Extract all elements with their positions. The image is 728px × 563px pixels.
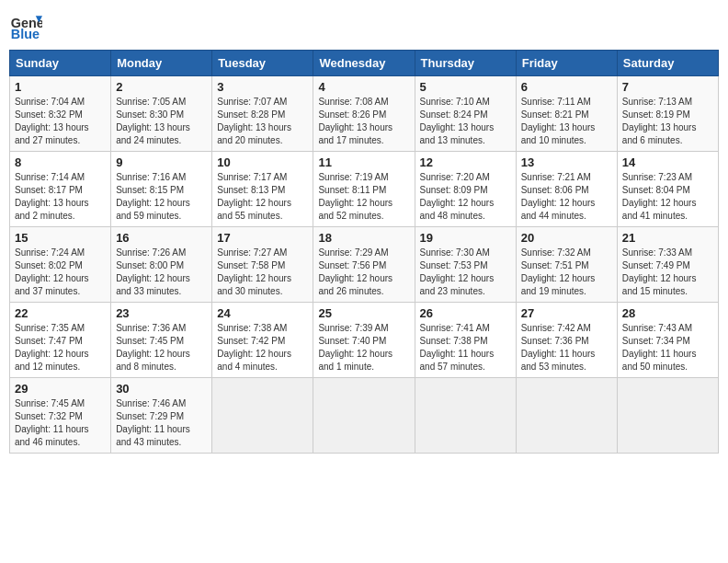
day-number: 7 [622, 80, 713, 94]
calendar-cell: 5Sunrise: 7:10 AMSunset: 8:24 PMDaylight… [415, 76, 516, 152]
calendar-cell [516, 378, 617, 454]
day-number: 25 [318, 306, 409, 320]
dow-header-sunday: Sunday [10, 51, 111, 76]
day-number: 26 [420, 306, 511, 320]
calendar-cell: 30Sunrise: 7:46 AMSunset: 7:29 PMDayligh… [111, 378, 212, 454]
calendar-cell: 3Sunrise: 7:07 AMSunset: 8:28 PMDaylight… [212, 76, 313, 152]
day-number: 18 [318, 231, 409, 245]
day-info: Sunrise: 7:20 AMSunset: 8:09 PMDaylight:… [420, 171, 511, 223]
dow-header-wednesday: Wednesday [313, 51, 415, 76]
dow-header-saturday: Saturday [617, 51, 718, 76]
calendar-cell: 14Sunrise: 7:23 AMSunset: 8:04 PMDayligh… [617, 152, 718, 227]
day-info: Sunrise: 7:33 AMSunset: 7:49 PMDaylight:… [622, 247, 713, 298]
day-number: 9 [116, 155, 207, 169]
calendar-cell: 28Sunrise: 7:43 AMSunset: 7:34 PMDayligh… [617, 303, 718, 378]
day-info: Sunrise: 7:23 AMSunset: 8:04 PMDaylight:… [622, 171, 713, 223]
calendar-cell: 17Sunrise: 7:27 AMSunset: 7:58 PMDayligh… [212, 227, 313, 303]
calendar-week-2: 8Sunrise: 7:14 AMSunset: 8:17 PMDaylight… [10, 152, 719, 227]
day-number: 19 [420, 231, 511, 245]
day-info: Sunrise: 7:14 AMSunset: 8:17 PMDaylight:… [15, 171, 106, 223]
day-number: 15 [15, 231, 106, 245]
day-number: 23 [116, 306, 207, 320]
calendar-cell: 2Sunrise: 7:05 AMSunset: 8:30 PMDaylight… [111, 76, 212, 152]
calendar-cell: 20Sunrise: 7:32 AMSunset: 7:51 PMDayligh… [516, 227, 617, 303]
day-info: Sunrise: 7:13 AMSunset: 8:19 PMDaylight:… [622, 96, 713, 147]
day-info: Sunrise: 7:46 AMSunset: 7:29 PMDaylight:… [116, 397, 207, 449]
day-info: Sunrise: 7:39 AMSunset: 7:40 PMDaylight:… [318, 322, 409, 373]
calendar-cell: 16Sunrise: 7:26 AMSunset: 8:00 PMDayligh… [111, 227, 212, 303]
dow-header-friday: Friday [516, 51, 617, 76]
day-number: 11 [318, 155, 409, 169]
calendar-cell: 19Sunrise: 7:30 AMSunset: 7:53 PMDayligh… [415, 227, 516, 303]
dow-header-thursday: Thursday [415, 51, 516, 76]
calendar-week-5: 29Sunrise: 7:45 AMSunset: 7:32 PMDayligh… [10, 378, 719, 454]
days-of-week-header: SundayMondayTuesdayWednesdayThursdayFrid… [10, 51, 719, 76]
day-number: 30 [116, 382, 207, 396]
dow-header-monday: Monday [111, 51, 212, 76]
calendar-cell [415, 378, 516, 454]
calendar-cell: 10Sunrise: 7:17 AMSunset: 8:13 PMDayligh… [212, 152, 313, 227]
day-number: 28 [622, 306, 713, 320]
day-number: 22 [15, 306, 106, 320]
day-number: 13 [521, 155, 612, 169]
day-info: Sunrise: 7:45 AMSunset: 7:32 PMDaylight:… [15, 397, 106, 449]
day-number: 12 [420, 155, 511, 169]
day-info: Sunrise: 7:10 AMSunset: 8:24 PMDaylight:… [420, 96, 511, 147]
calendar-cell [212, 378, 313, 454]
day-info: Sunrise: 7:26 AMSunset: 8:00 PMDaylight:… [116, 247, 207, 298]
day-info: Sunrise: 7:11 AMSunset: 8:21 PMDaylight:… [521, 96, 612, 147]
day-number: 27 [521, 306, 612, 320]
calendar-body: 1Sunrise: 7:04 AMSunset: 8:32 PMDaylight… [10, 76, 719, 454]
day-info: Sunrise: 7:43 AMSunset: 7:34 PMDaylight:… [622, 322, 713, 373]
day-info: Sunrise: 7:35 AMSunset: 7:47 PMDaylight:… [15, 322, 106, 373]
day-info: Sunrise: 7:16 AMSunset: 8:15 PMDaylight:… [116, 171, 207, 223]
calendar-week-4: 22Sunrise: 7:35 AMSunset: 7:47 PMDayligh… [10, 303, 719, 378]
calendar-cell [313, 378, 415, 454]
calendar-cell: 27Sunrise: 7:42 AMSunset: 7:36 PMDayligh… [516, 303, 617, 378]
day-info: Sunrise: 7:27 AMSunset: 7:58 PMDaylight:… [217, 247, 308, 298]
calendar-cell: 25Sunrise: 7:39 AMSunset: 7:40 PMDayligh… [313, 303, 415, 378]
day-number: 14 [622, 155, 713, 169]
day-info: Sunrise: 7:41 AMSunset: 7:38 PMDaylight:… [420, 322, 511, 373]
day-number: 29 [15, 382, 106, 396]
day-number: 4 [318, 80, 409, 94]
calendar-cell: 7Sunrise: 7:13 AMSunset: 8:19 PMDaylight… [617, 76, 718, 152]
calendar-cell: 18Sunrise: 7:29 AMSunset: 7:56 PMDayligh… [313, 227, 415, 303]
day-number: 1 [15, 80, 106, 94]
day-info: Sunrise: 7:05 AMSunset: 8:30 PMDaylight:… [116, 96, 207, 147]
day-number: 17 [217, 231, 308, 245]
day-info: Sunrise: 7:04 AMSunset: 8:32 PMDaylight:… [15, 96, 106, 147]
calendar-cell: 24Sunrise: 7:38 AMSunset: 7:42 PMDayligh… [212, 303, 313, 378]
day-number: 24 [217, 306, 308, 320]
svg-text:Blue: Blue [11, 27, 40, 41]
calendar-cell: 12Sunrise: 7:20 AMSunset: 8:09 PMDayligh… [415, 152, 516, 227]
calendar-cell [617, 378, 718, 454]
dow-header-tuesday: Tuesday [212, 51, 313, 76]
calendar-week-1: 1Sunrise: 7:04 AMSunset: 8:32 PMDaylight… [10, 76, 719, 152]
day-number: 2 [116, 80, 207, 94]
calendar-cell: 13Sunrise: 7:21 AMSunset: 8:06 PMDayligh… [516, 152, 617, 227]
day-info: Sunrise: 7:07 AMSunset: 8:28 PMDaylight:… [217, 96, 308, 147]
day-info: Sunrise: 7:30 AMSunset: 7:53 PMDaylight:… [420, 247, 511, 298]
day-number: 16 [116, 231, 207, 245]
calendar-table: SundayMondayTuesdayWednesdayThursdayFrid… [9, 50, 719, 454]
calendar-cell: 29Sunrise: 7:45 AMSunset: 7:32 PMDayligh… [10, 378, 111, 454]
calendar-cell: 15Sunrise: 7:24 AMSunset: 8:02 PMDayligh… [10, 227, 111, 303]
calendar-cell: 4Sunrise: 7:08 AMSunset: 8:26 PMDaylight… [313, 76, 415, 152]
day-info: Sunrise: 7:29 AMSunset: 7:56 PMDaylight:… [318, 247, 409, 298]
day-info: Sunrise: 7:24 AMSunset: 8:02 PMDaylight:… [15, 247, 106, 298]
day-info: Sunrise: 7:32 AMSunset: 7:51 PMDaylight:… [521, 247, 612, 298]
day-number: 8 [15, 155, 106, 169]
day-info: Sunrise: 7:38 AMSunset: 7:42 PMDaylight:… [217, 322, 308, 373]
calendar-cell: 8Sunrise: 7:14 AMSunset: 8:17 PMDaylight… [10, 152, 111, 227]
calendar-week-3: 15Sunrise: 7:24 AMSunset: 8:02 PMDayligh… [10, 227, 719, 303]
day-number: 10 [217, 155, 308, 169]
page-header: General Blue [9, 9, 719, 42]
calendar-cell: 1Sunrise: 7:04 AMSunset: 8:32 PMDaylight… [10, 76, 111, 152]
day-info: Sunrise: 7:19 AMSunset: 8:11 PMDaylight:… [318, 171, 409, 223]
calendar-cell: 26Sunrise: 7:41 AMSunset: 7:38 PMDayligh… [415, 303, 516, 378]
day-number: 3 [217, 80, 308, 94]
day-number: 20 [521, 231, 612, 245]
day-info: Sunrise: 7:21 AMSunset: 8:06 PMDaylight:… [521, 171, 612, 223]
day-number: 21 [622, 231, 713, 245]
